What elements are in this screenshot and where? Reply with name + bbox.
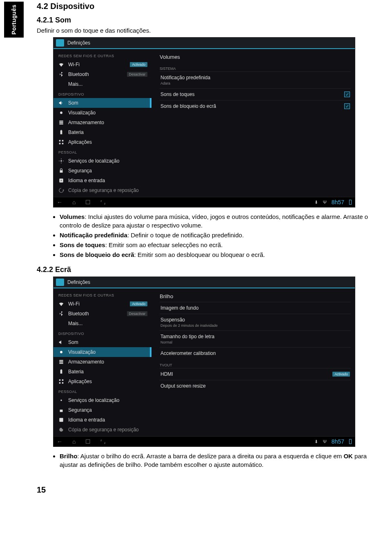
svg-rect-19 xyxy=(61,369,62,370)
download-status-icon: ⬇ xyxy=(314,439,318,444)
usb-status-icon: Ψ xyxy=(323,439,327,444)
svg-point-0 xyxy=(60,112,62,114)
svg-point-14 xyxy=(60,351,62,353)
bluetooth-toggle[interactable]: Desactivar xyxy=(127,311,147,316)
lock-icon xyxy=(58,168,64,174)
detail-sons-toques[interactable]: Sons de toques ✓ xyxy=(160,88,351,100)
screenshot-som: Definições REDES SEM FIOS E OUTRAS Wi-Fi… xyxy=(53,37,355,207)
bullet-sons-bloqueio: Sons de bloqueio do ecrã: Emitir som ao … xyxy=(60,250,380,259)
home-button[interactable]: ⌂ xyxy=(72,199,76,205)
detail-suspensao[interactable]: SuspensãoDepois de 2 minutos de inativid… xyxy=(160,314,351,330)
svg-rect-26 xyxy=(59,418,63,422)
status-clock: 8h57 xyxy=(332,438,344,445)
svg-point-10 xyxy=(60,160,62,162)
apps-icon xyxy=(58,139,64,145)
sidebar-item-aplicacoes[interactable]: Aplicações xyxy=(53,377,151,386)
sidebar-item-armazenamento[interactable]: Armazenamento xyxy=(53,118,151,127)
svg-rect-7 xyxy=(62,140,64,142)
recent-button[interactable]: ☐ xyxy=(85,199,91,205)
section-intro: Definir o som do toque e das notificaçõe… xyxy=(37,27,380,34)
sidebar-item-seguranca[interactable]: Segurança xyxy=(53,166,151,176)
usb-status-icon: Ψ xyxy=(323,200,327,205)
back-button[interactable]: ← xyxy=(57,438,62,445)
storage-icon xyxy=(58,120,64,125)
hdmi-toggle[interactable]: Activado xyxy=(332,372,350,377)
svg-rect-21 xyxy=(62,379,64,381)
sidebar-item-idioma[interactable]: A Idioma e entrada xyxy=(53,176,151,185)
sidebar-item-bateria[interactable]: Bateria xyxy=(53,127,151,137)
settings-sidebar: REDES SEM FIOS E OUTRAS Wi-Fi Activado B… xyxy=(53,49,151,197)
checkbox-sons-bloqueio[interactable]: ✓ xyxy=(344,103,350,109)
sidebar-item-som[interactable]: Som xyxy=(53,337,151,347)
screenshot-button[interactable]: ⸢ ⸥ xyxy=(100,439,105,444)
detail-sons-bloqueio[interactable]: Sons de bloqueio do ecrã ✓ xyxy=(160,100,351,112)
display-icon xyxy=(58,349,64,355)
checkbox-sons-toques[interactable]: ✓ xyxy=(344,91,350,97)
sidebar-item-bluetooth[interactable]: Bluetooth Desactivar xyxy=(53,309,151,319)
backup-icon xyxy=(58,427,64,433)
svg-rect-17 xyxy=(59,363,63,364)
svg-rect-8 xyxy=(59,143,61,145)
subsection-heading-som: 4.2.1 Som xyxy=(37,16,380,25)
sidebar-category-redes: REDES SEM FIOS E OUTRAS xyxy=(53,51,151,60)
app-title: Definições xyxy=(67,279,90,285)
sound-icon xyxy=(58,100,64,106)
sidebar-item-copia[interactable]: Cópia de segurança e reposição xyxy=(53,185,151,195)
back-button[interactable]: ← xyxy=(57,199,62,205)
detail-accelerometer[interactable]: Accelerometer calibration xyxy=(160,347,351,359)
settings-detail-pane: Brilho Imagem de fundo SuspensãoDepois d… xyxy=(151,288,355,436)
detail-brilho[interactable]: Brilho xyxy=(160,290,351,302)
sidebar-item-idioma[interactable]: Idioma e entrada xyxy=(53,415,151,425)
svg-text:A: A xyxy=(60,179,62,182)
recent-button[interactable]: ☐ xyxy=(85,438,91,445)
svg-rect-2 xyxy=(59,122,63,123)
storage-icon xyxy=(58,359,64,365)
section-heading-dispositivo: 4.2 Dispositivo xyxy=(37,2,380,11)
sidebar-item-som[interactable]: Som xyxy=(53,98,151,108)
lock-icon xyxy=(58,407,64,413)
settings-sidebar: REDES SEM FIOS E OUTRAS Wi-Fi Activado B… xyxy=(53,288,151,436)
sidebar-item-wifi[interactable]: Wi-Fi Activado xyxy=(53,299,151,309)
wifi-toggle[interactable]: Activado xyxy=(130,62,147,67)
sidebar-item-more[interactable]: Mais... xyxy=(53,319,151,328)
sidebar-item-more[interactable]: Mais... xyxy=(53,79,151,89)
detail-hdmi[interactable]: HDMI Activado xyxy=(160,368,351,380)
sidebar-item-servicos[interactable]: Serviços de localização xyxy=(53,395,151,405)
battery-icon xyxy=(58,369,64,375)
sidebar-item-bluetooth[interactable]: Bluetooth Desactivar xyxy=(53,69,151,79)
sidebar-item-visualizacao[interactable]: Visualização xyxy=(53,347,151,357)
wifi-toggle[interactable]: Activado xyxy=(130,301,147,306)
bluetooth-icon xyxy=(58,311,64,317)
detail-volumes[interactable]: Volumes xyxy=(160,51,351,62)
page-content: 4.2 Dispositivo 4.2.1 Som Definir o som … xyxy=(37,0,392,495)
screenshot-ecra: Definições REDES SEM FIOS E OUTRAS Wi-Fi… xyxy=(53,277,355,447)
screenshot-button[interactable]: ⸢ ⸥ xyxy=(100,200,105,205)
sidebar-item-copia[interactable]: Cópia de segurança e reposição xyxy=(53,425,151,435)
system-navbar: ← ⌂ ☐ ⸢ ⸥ ⬇ Ψ 8h57 xyxy=(53,197,355,207)
detail-tamanho-letra[interactable]: Tamanho do tipo de letraNormal xyxy=(160,330,351,347)
sidebar-item-visualizacao[interactable]: Visualização xyxy=(53,108,151,118)
sidebar-item-wifi[interactable]: Wi-Fi Activado xyxy=(53,60,151,69)
sidebar-item-aplicacoes[interactable]: Aplicações xyxy=(53,137,151,147)
language-tab-label: Português xyxy=(11,4,17,35)
detail-category-tvout: TVOUT xyxy=(160,359,351,368)
app-titlebar: Definições xyxy=(53,277,355,288)
sidebar-item-servicos[interactable]: Serviços de localização xyxy=(53,156,151,166)
detail-output-resize[interactable]: Output screen resize xyxy=(160,380,351,392)
bluetooth-toggle[interactable]: Desactivar xyxy=(127,72,147,77)
bullet-sons-toques: Sons de toques: Emitir som ao efectuar s… xyxy=(60,241,380,249)
detail-notificacao-predefinida[interactable]: Notificação predefinidaAdara xyxy=(160,71,351,88)
detail-imagem-fundo[interactable]: Imagem de fundo xyxy=(160,302,351,314)
detail-category-sistema: SISTEMA xyxy=(160,62,351,71)
display-icon xyxy=(58,110,64,116)
feature-bullets-ecra: Brilho: Ajustar o brilho do ecrã. Arrast… xyxy=(37,452,380,469)
status-clock: 8h57 xyxy=(332,199,344,205)
svg-rect-25 xyxy=(60,410,63,412)
sidebar-item-bateria[interactable]: Bateria xyxy=(53,367,151,377)
home-button[interactable]: ⌂ xyxy=(72,438,76,445)
sidebar-category-dispositivo: DISPOSITIVO xyxy=(53,89,151,98)
sidebar-item-armazenamento[interactable]: Armazenamento xyxy=(53,357,151,367)
sidebar-item-seguranca[interactable]: Segurança xyxy=(53,405,151,415)
svg-rect-22 xyxy=(59,382,61,384)
bullet-brilho: Brilho: Ajustar o brilho do ecrã. Arrast… xyxy=(60,452,380,469)
